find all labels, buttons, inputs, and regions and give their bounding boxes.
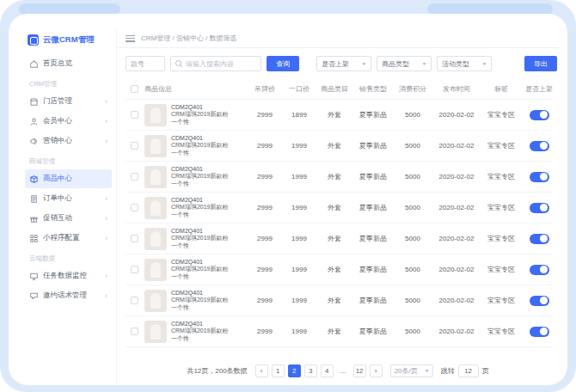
window-frame: 云微CRM管理 首页总览CRM管理门店管理›会员中心›营销中心›商城管理商品中心… bbox=[9, 14, 567, 385]
fixed-price: 1999 bbox=[282, 142, 316, 150]
sidebar-item[interactable]: 营销中心› bbox=[25, 132, 112, 150]
breadcrumb: CRM管理 / 营销中心 / 数据筛选 bbox=[141, 34, 237, 43]
sidebar-item[interactable]: 会员中心› bbox=[25, 112, 112, 131]
product-image bbox=[144, 259, 167, 281]
jump-page-input[interactable] bbox=[458, 364, 479, 377]
query-button[interactable]: 查询 bbox=[267, 56, 299, 71]
sidebar: 云微CRM管理 首页总览CRM管理门店管理›会员中心›营销中心›商城管理商品中心… bbox=[21, 29, 117, 383]
sidebar-item-label: 促销互动 bbox=[43, 213, 72, 224]
select-all-checkbox[interactable] bbox=[131, 85, 138, 93]
sidebar-item-label: 邀约话术管理 bbox=[43, 291, 87, 301]
product-image bbox=[144, 166, 167, 188]
menu-collapse-icon[interactable] bbox=[126, 35, 135, 42]
row-checkbox[interactable] bbox=[131, 235, 138, 242]
pagination: 共12页，200条数据 ‹1234...12› 20条/页 ▼ 跳转 页 bbox=[126, 358, 554, 383]
pager-page-2[interactable]: 2 bbox=[288, 364, 301, 377]
fixed-price: 1999 bbox=[282, 328, 316, 335]
on-shelf-toggle[interactable] bbox=[530, 172, 549, 182]
category: 外套 bbox=[316, 172, 352, 181]
sidebar-item[interactable]: 小程序配置› bbox=[25, 229, 112, 248]
column-header: 商品类目 bbox=[316, 84, 352, 94]
search-input[interactable] bbox=[186, 60, 256, 68]
product-type-select-value: 商品类型 bbox=[382, 59, 409, 69]
category: 外套 bbox=[316, 234, 352, 243]
sale-type: 夏季新品 bbox=[352, 172, 394, 181]
row-checkbox[interactable] bbox=[131, 297, 138, 304]
column-header: 一口价 bbox=[282, 84, 316, 94]
product-label: 宝宝专区 bbox=[481, 327, 521, 336]
tag-price: 2999 bbox=[248, 111, 282, 119]
product-label: 宝宝专区 bbox=[481, 203, 521, 212]
tag-price: 2999 bbox=[248, 204, 282, 211]
product-name-line2: 一个性 bbox=[171, 211, 229, 219]
pager-page-4[interactable]: 4 bbox=[321, 364, 334, 377]
pager-page-1[interactable]: 1 bbox=[272, 364, 285, 377]
order-icon bbox=[29, 194, 39, 204]
product-code: CDM2Q401 bbox=[171, 166, 229, 174]
row-checkbox[interactable] bbox=[131, 266, 138, 273]
pager-page-12[interactable]: 12 bbox=[353, 364, 366, 377]
table-row: CDM2Q401 CRM瑞琪2019新款粉 一个性 2999 1999 外套 夏… bbox=[126, 254, 554, 285]
jump-label: 跳转 bbox=[441, 366, 455, 376]
product-image bbox=[144, 290, 167, 312]
product-code: CDM2Q401 bbox=[171, 104, 229, 112]
category: 外套 bbox=[316, 110, 352, 119]
row-checkbox[interactable] bbox=[131, 142, 138, 150]
points: 5000 bbox=[394, 173, 432, 181]
jump-unit: 页 bbox=[482, 366, 489, 376]
on-shelf-select[interactable]: 是否上架 ▼ bbox=[316, 56, 371, 71]
logo-icon bbox=[28, 34, 39, 46]
sidebar-item[interactable]: 商品中心 bbox=[25, 169, 112, 188]
product-info-cell: CDM2Q401 CRM瑞琪2019新款粉 一个性 bbox=[143, 104, 248, 126]
fixed-price: 1999 bbox=[282, 297, 316, 304]
fixed-price: 1999 bbox=[282, 173, 316, 181]
pager-next[interactable]: › bbox=[370, 364, 383, 377]
row-checkbox[interactable] bbox=[131, 173, 138, 181]
on-shelf-toggle[interactable] bbox=[530, 296, 549, 306]
sidebar-menu: 首页总览CRM管理门店管理›会员中心›营销中心›商城管理商品中心订单中心›促销互… bbox=[21, 54, 116, 305]
content: 款号 查询 是否上架 ▼ 商品类型 ▼ 活动类型 bbox=[117, 48, 559, 383]
on-shelf-toggle[interactable] bbox=[530, 234, 549, 244]
sidebar-item[interactable]: 门店管理› bbox=[25, 92, 112, 111]
caret-down-icon: ▼ bbox=[481, 61, 487, 66]
points: 5000 bbox=[394, 142, 432, 150]
on-shelf-toggle[interactable] bbox=[530, 327, 549, 337]
product-name-line2: 一个性 bbox=[171, 150, 229, 157]
on-shelf-toggle[interactable] bbox=[530, 141, 549, 151]
miniapp-icon bbox=[29, 234, 39, 243]
filter-bar: 款号 查询 是否上架 ▼ 商品类型 ▼ 活动类型 bbox=[126, 56, 554, 71]
tag-price: 2999 bbox=[248, 142, 282, 150]
product-name: CRM瑞琪2019新款粉 bbox=[171, 173, 229, 181]
app-logo[interactable]: 云微CRM管理 bbox=[21, 31, 116, 53]
sidebar-group-label: 云端数据 bbox=[21, 248, 116, 266]
on-shelf-toggle[interactable] bbox=[530, 265, 549, 275]
product-info-cell: CDM2Q401 CRM瑞琪2019新款粉 一个性 bbox=[143, 197, 248, 219]
sidebar-item[interactable]: 邀约话术管理› bbox=[25, 286, 112, 305]
sale-type: 夏季新品 bbox=[352, 296, 394, 305]
pager-page-3[interactable]: 3 bbox=[304, 364, 317, 377]
export-button[interactable]: 导出 bbox=[524, 56, 557, 71]
activity-type-select[interactable]: 活动类型 ▼ bbox=[437, 56, 492, 71]
product-code: CDM2Q401 bbox=[171, 290, 229, 297]
sidebar-item[interactable]: 首页总览 bbox=[25, 54, 112, 73]
sidebar-item[interactable]: 订单中心› bbox=[25, 189, 112, 208]
main-area: CRM管理 / 营销中心 / 数据筛选 款号 查询 是否上架 ▼ 商品类型 bbox=[117, 29, 559, 383]
search-icon bbox=[175, 60, 182, 67]
points: 5000 bbox=[394, 328, 432, 335]
style-no-field[interactable]: 款号 bbox=[126, 56, 165, 71]
page-size-select[interactable]: 20条/页 ▼ bbox=[390, 364, 433, 377]
on-shelf-toggle[interactable] bbox=[530, 203, 549, 213]
row-checkbox[interactable] bbox=[131, 111, 138, 119]
pager-prev[interactable]: ‹ bbox=[255, 364, 268, 377]
chevron-right-icon: › bbox=[105, 215, 107, 223]
on-shelf-toggle[interactable] bbox=[530, 110, 549, 120]
points: 5000 bbox=[394, 266, 432, 273]
product-label: 宝宝专区 bbox=[481, 110, 521, 119]
sidebar-item[interactable]: 促销互动› bbox=[25, 209, 112, 228]
row-checkbox[interactable] bbox=[131, 328, 138, 335]
product-type-select[interactable]: 商品类型 ▼ bbox=[377, 56, 432, 71]
points: 5000 bbox=[394, 235, 432, 242]
sidebar-item-label: 商品中心 bbox=[43, 174, 72, 184]
sidebar-item[interactable]: 任务数据监控› bbox=[25, 266, 112, 285]
row-checkbox[interactable] bbox=[131, 204, 138, 211]
